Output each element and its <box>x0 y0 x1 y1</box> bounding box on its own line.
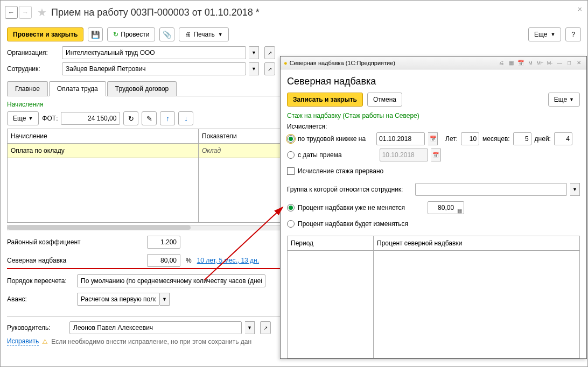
recalc-input[interactable] <box>77 274 265 287</box>
row-accrual[interactable]: Оплата по окладу <box>8 144 199 158</box>
check-icon: ↻ <box>113 31 118 38</box>
advance-dropdown-icon[interactable]: ▼ <box>160 293 170 306</box>
days-label: дней: <box>535 131 551 146</box>
popup-title: Северная надбавка <box>287 76 580 87</box>
calendar-icon-2[interactable]: 📅 <box>431 149 441 161</box>
manager-dropdown-icon[interactable]: ▼ <box>245 321 255 334</box>
tab-pay[interactable]: Оплата труда <box>49 81 106 96</box>
accruals-more-button[interactable]: Еще▼ <box>7 111 39 125</box>
calc-icon[interactable]: ▦ <box>457 203 462 218</box>
calc-label: Исчисляется: <box>287 123 580 130</box>
popup-col-period: Период <box>288 236 374 251</box>
tool-minimize-icon[interactable]: — <box>555 59 564 67</box>
attach-icon[interactable]: 📎 <box>159 27 174 41</box>
workbook-date-input[interactable] <box>376 132 425 145</box>
radio-pct-fixed[interactable] <box>287 204 295 211</box>
calendar-icon[interactable]: 📅 <box>428 132 438 145</box>
edit-icon[interactable]: ✎ <box>142 111 157 125</box>
more-button[interactable]: Еще▼ <box>528 27 561 41</box>
org-input[interactable] <box>62 46 246 59</box>
fix-link[interactable]: Исправить <box>7 337 39 345</box>
tool-mminus-icon[interactable]: M- <box>545 59 554 67</box>
north-seniority-link[interactable]: 10 лет, 5 мес., 13 дн. <box>197 257 259 264</box>
days-input[interactable] <box>554 132 572 145</box>
fot-label: ФОТ: <box>42 115 58 122</box>
regional-label: Районный коэффициент <box>7 238 147 246</box>
from-hire-label: с даты приема <box>298 147 342 163</box>
months-input[interactable] <box>513 132 531 145</box>
hire-date-input <box>380 149 428 161</box>
submit-button[interactable]: ↻Провести <box>107 27 155 41</box>
months-label: месяцев: <box>482 131 510 146</box>
regional-input[interactable] <box>147 236 180 249</box>
pct-changes-label: Процент надбавки будет изменяться <box>298 216 408 231</box>
fix-text: Если необходимо внести исправление, но п… <box>51 338 251 345</box>
org-open-icon[interactable]: ↗ <box>264 46 275 59</box>
tab-main[interactable]: Главное <box>7 81 48 96</box>
col-accrual: Начисление <box>8 129 199 144</box>
advance-input[interactable] <box>77 293 160 306</box>
tool-close-icon[interactable]: ✕ <box>575 59 583 67</box>
north-label: Северная надбавка <box>7 257 147 264</box>
emp-label: Сотрудник: <box>7 65 59 73</box>
group-dropdown-icon[interactable]: ▼ <box>570 183 580 196</box>
print-button[interactable]: 🖨Печать▼ <box>179 27 228 41</box>
interrupted-checkbox[interactable] <box>287 167 295 175</box>
warning-icon: ⚠ <box>42 338 48 345</box>
move-up-icon[interactable]: ↑ <box>160 111 175 125</box>
manager-open-icon[interactable]: ↗ <box>260 321 271 334</box>
close-window-icon[interactable]: × <box>578 5 582 13</box>
popup-cancel-button[interactable]: Отмена <box>367 93 402 107</box>
seniority-link[interactable]: Стаж на надбавку (Стаж работы на Севере) <box>287 112 580 119</box>
north-input[interactable] <box>147 254 180 267</box>
submit-close-button[interactable]: Провести и закрыть <box>7 27 83 41</box>
by-workbook-label: по трудовой книжке на <box>298 131 366 146</box>
tool-calendar-icon[interactable]: 📅 <box>516 59 525 67</box>
popup-save-close-button[interactable]: Записать и закрыть <box>287 93 363 107</box>
org-dropdown-icon[interactable]: ▼ <box>249 46 259 59</box>
tab-contract[interactable]: Трудовой договор <box>107 81 177 96</box>
app-icon: ● <box>284 60 288 66</box>
refresh-icon[interactable]: ↻ <box>123 111 138 125</box>
fot-input[interactable] <box>61 112 120 125</box>
north-unit: % <box>186 257 192 264</box>
group-label: Группа к которой относится сотрудник: <box>287 182 412 197</box>
years-label: Лет: <box>445 131 458 146</box>
popup-table-row[interactable] <box>288 251 374 358</box>
org-label: Организация: <box>7 49 59 57</box>
emp-input[interactable] <box>62 62 246 75</box>
nav-forward-button[interactable]: → <box>19 6 32 19</box>
tool-print-icon[interactable]: 🖨 <box>497 59 506 67</box>
years-input[interactable] <box>461 132 479 145</box>
move-down-icon[interactable]: ↓ <box>178 111 193 125</box>
tool-calc-icon[interactable]: ▦ <box>507 59 515 67</box>
save-icon[interactable]: 💾 <box>88 27 103 41</box>
table-row[interactable] <box>8 158 199 223</box>
popup-col-pct: Процент северной надбавки <box>374 236 580 251</box>
tool-m-icon[interactable]: M <box>526 59 535 67</box>
manager-label: Руководитель: <box>7 324 66 331</box>
tool-maximize-icon[interactable]: □ <box>565 59 573 67</box>
nav-back-button[interactable]: ← <box>5 6 18 19</box>
help-button[interactable]: ? <box>565 27 581 41</box>
window-title: Прием на работу 003П-000003 от 01.10.201… <box>51 7 260 18</box>
popup-more-button[interactable]: Еще▼ <box>548 93 580 107</box>
printer-icon: 🖨 <box>185 31 191 38</box>
popup-app-title: Северная надбавка (1С:Предприятие) <box>290 60 395 66</box>
radio-pct-changes[interactable] <box>287 220 295 228</box>
interrupted-label: Исчисление стажа прервано <box>298 164 383 179</box>
emp-dropdown-icon[interactable]: ▼ <box>249 62 259 75</box>
tool-mplus-icon[interactable]: M+ <box>536 59 544 67</box>
favorite-icon[interactable]: ★ <box>37 6 47 19</box>
group-select[interactable] <box>415 183 567 196</box>
manager-input[interactable] <box>69 321 242 334</box>
recalc-label: Порядок пересчета: <box>7 277 77 285</box>
radio-by-workbook[interactable] <box>287 135 295 143</box>
radio-from-hire[interactable] <box>287 151 295 159</box>
pct-fixed-label: Процент надбавки уже не меняется <box>298 200 405 215</box>
advance-label: Аванс: <box>7 295 77 303</box>
emp-open-icon[interactable]: ↗ <box>264 62 275 75</box>
